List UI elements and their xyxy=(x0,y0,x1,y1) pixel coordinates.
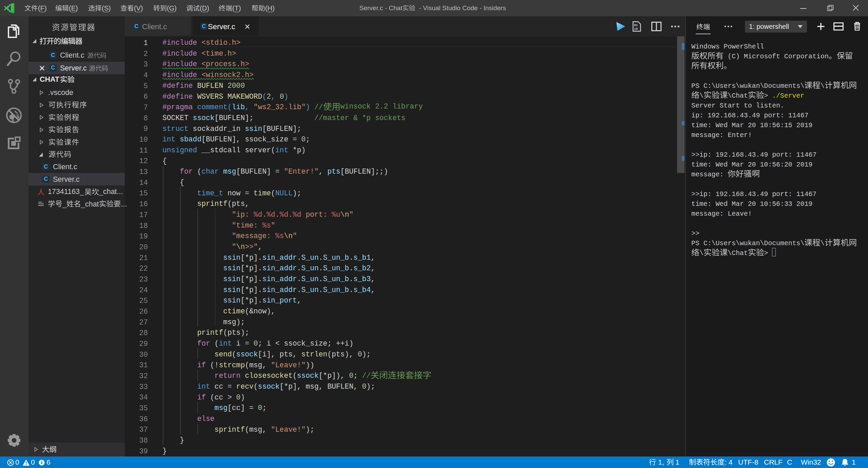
svg-text:01: 01 xyxy=(634,24,638,27)
svg-text:10: 10 xyxy=(634,27,638,31)
